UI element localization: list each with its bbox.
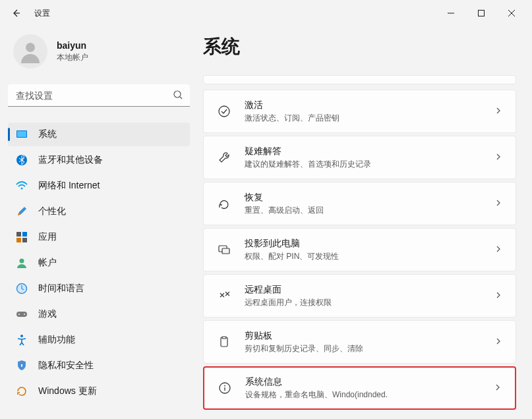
project-icon: [217, 242, 231, 257]
svg-rect-17: [16, 312, 27, 317]
close-button[interactable]: [496, 3, 527, 24]
wrench-icon: [217, 150, 231, 165]
svg-point-15: [20, 259, 24, 264]
card-sub: 设备规格，重命名电脑、Windo(indnded.: [245, 389, 481, 401]
svg-point-18: [18, 314, 20, 315]
bluetooth-icon: [16, 154, 28, 166]
nav-label: 网络和 Internet: [38, 180, 100, 192]
svg-point-29: [224, 385, 225, 387]
profile-name: baiyun: [57, 40, 88, 51]
svg-point-10: [21, 188, 23, 190]
back-button[interactable]: [5, 3, 26, 24]
svg-point-5: [174, 91, 181, 98]
card-about[interactable]: 系统信息设备规格，重命名电脑、Windo(indnded.: [203, 366, 516, 410]
nav-label: 系统: [38, 128, 57, 140]
chevron-right-icon: [494, 244, 502, 256]
nav-label: 隐私和安全性: [38, 360, 94, 372]
window-controls: [436, 3, 527, 24]
svg-line-6: [180, 97, 182, 99]
nav: 系统 蓝牙和其他设备 网络和 Internet 个性化 应用 帐户: [8, 123, 190, 403]
remote-desktop-icon: [217, 289, 231, 303]
profile-section[interactable]: baiyun 本地帐户: [8, 26, 190, 84]
svg-point-20: [20, 335, 23, 337]
nav-label: 应用: [38, 231, 57, 243]
card-list: 激活激活状态、订阅、产品密钥 疑难解答建议的疑难解答、首选项和历史记录 恢复重置…: [203, 75, 516, 410]
nav-label: 辅助功能: [38, 334, 75, 346]
content: 系统 激活激活状态、订阅、产品密钥 疑难解答建议的疑难解答、首选项和历史记录 恢…: [198, 26, 532, 419]
card-sub: 远程桌面用户，连接权限: [245, 297, 481, 308]
nav-label: 蓝牙和其他设备: [38, 154, 103, 166]
card-activation[interactable]: 激活激活状态、订阅、产品密钥: [203, 90, 516, 133]
svg-rect-25: [222, 248, 229, 254]
wifi-icon: [16, 180, 28, 192]
brush-icon: [16, 206, 28, 217]
card-sub: 权限、配对 PIN、可发现性: [245, 251, 481, 262]
globe-clock-icon: [16, 283, 28, 294]
svg-rect-8: [17, 131, 26, 137]
nav-label: 个性化: [38, 206, 66, 217]
shield-icon: [16, 360, 28, 372]
page-title: 系统: [203, 34, 516, 59]
card-sub: 重置、高级启动、返回: [245, 205, 481, 216]
update-icon: [16, 385, 28, 397]
svg-rect-13: [16, 238, 21, 242]
card-title: 疑难解答: [245, 146, 481, 157]
apps-icon: [16, 231, 28, 243]
avatar: [13, 34, 47, 69]
nav-item-personalization[interactable]: 个性化: [8, 200, 190, 223]
svg-point-19: [24, 314, 25, 315]
card-clipboard[interactable]: 剪贴板剪切和复制历史记录、同步、清除: [203, 320, 516, 364]
nav-item-privacy[interactable]: 隐私和安全性: [8, 354, 190, 377]
card-projecting[interactable]: 投影到此电脑权限、配对 PIN、可发现性: [203, 228, 516, 271]
card-title: 投影到此电脑: [245, 238, 481, 250]
svg-point-4: [26, 43, 35, 52]
check-circle-icon: [217, 104, 231, 119]
titlebar-title: 设置: [34, 8, 50, 19]
minimize-button[interactable]: [436, 3, 466, 24]
card-remote-desktop[interactable]: 远程桌面远程桌面用户，连接权限: [203, 274, 516, 318]
nav-item-accounts[interactable]: 帐户: [8, 251, 190, 275]
card-cutoff-top: [203, 75, 516, 84]
svg-point-23: [219, 106, 229, 117]
nav-item-system[interactable]: 系统: [8, 123, 190, 146]
card-sub: 激活状态、订阅、产品密钥: [245, 113, 481, 124]
card-sub: 建议的疑难解答、首选项和历史记录: [245, 159, 481, 170]
clipboard-icon: [217, 335, 231, 349]
chevron-right-icon: [494, 290, 502, 302]
nav-item-time-language[interactable]: 时间和语言: [8, 277, 190, 300]
nav-item-windows-update[interactable]: Windows 更新: [8, 379, 190, 403]
card-title: 恢复: [245, 192, 481, 204]
nav-item-network[interactable]: 网络和 Internet: [8, 174, 190, 198]
card-title: 剪贴板: [245, 330, 481, 342]
svg-rect-14: [22, 238, 27, 242]
chevron-right-icon: [494, 336, 502, 348]
profile-sub: 本地帐户: [57, 52, 88, 63]
svg-rect-22: [21, 366, 22, 368]
chevron-right-icon: [494, 198, 502, 210]
recovery-icon: [217, 196, 231, 211]
search-input[interactable]: [8, 84, 190, 107]
card-troubleshoot[interactable]: 疑难解答建议的疑难解答、首选项和历史记录: [203, 136, 516, 179]
info-icon: [218, 381, 232, 395]
nav-item-apps[interactable]: 应用: [8, 225, 190, 249]
nav-label: 帐户: [38, 257, 57, 269]
maximize-button[interactable]: [466, 3, 496, 24]
titlebar: 设置: [0, 0, 532, 26]
sidebar: baiyun 本地帐户 系统 蓝牙和其他设备 网络和 Internet: [0, 26, 198, 419]
search-icon: [173, 90, 183, 103]
nav-label: Windows 更新: [38, 385, 97, 397]
nav-item-accessibility[interactable]: 辅助功能: [8, 328, 190, 352]
card-title: 系统信息: [245, 376, 481, 388]
chevron-right-icon: [494, 152, 502, 163]
svg-rect-12: [22, 232, 27, 237]
person-icon: [16, 257, 28, 269]
nav-item-gaming[interactable]: 游戏: [8, 302, 190, 326]
nav-item-bluetooth[interactable]: 蓝牙和其他设备: [8, 148, 190, 172]
card-sub: 剪切和复制历史记录、同步、清除: [245, 343, 481, 354]
card-recovery[interactable]: 恢复重置、高级启动、返回: [203, 182, 516, 225]
search-box: [8, 84, 190, 107]
svg-rect-11: [16, 232, 21, 237]
gamepad-icon: [16, 308, 28, 320]
chevron-right-icon: [494, 105, 502, 117]
card-title: 激活: [245, 99, 481, 111]
